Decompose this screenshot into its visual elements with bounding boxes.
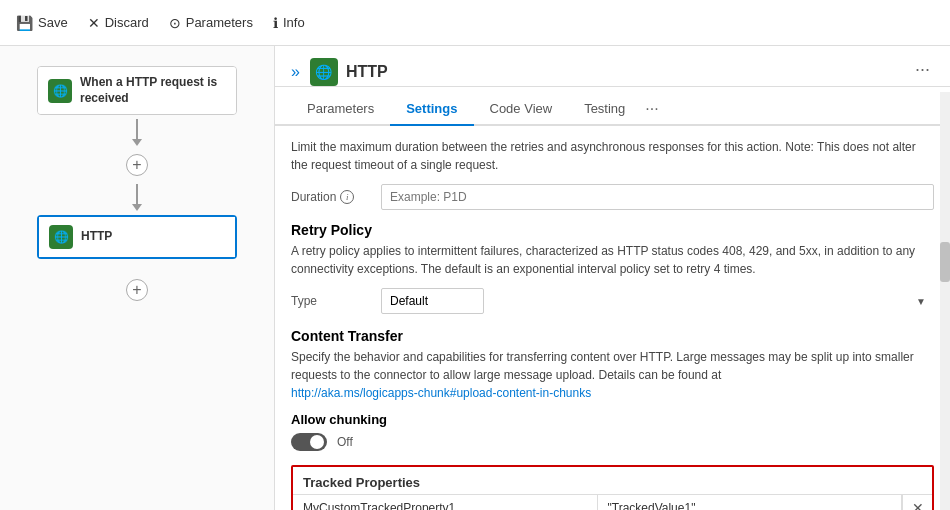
trigger-icon: 🌐 xyxy=(48,79,72,103)
flow-container: 🌐 When a HTTP request is received + 🌐 HT… xyxy=(0,66,274,305)
left-panel: 🌐 When a HTTP request is received + 🌐 HT… xyxy=(0,46,275,510)
panel-header: » 🌐 HTTP ··· xyxy=(275,46,950,87)
expand-icon[interactable]: » xyxy=(291,63,300,81)
save-label: Save xyxy=(38,15,68,30)
tab-testing[interactable]: Testing xyxy=(568,93,641,126)
content-transfer-link[interactable]: http://aka.ms/logicapps-chunk#upload-con… xyxy=(291,386,591,400)
add-step-button-2[interactable]: + xyxy=(126,279,148,301)
parameters-button[interactable]: ⊙ Parameters xyxy=(169,15,253,31)
toolbar: 💾 Save ✕ Discard ⊙ Parameters ℹ Info xyxy=(0,0,950,46)
settings-content: Limit the maximum duration between the r… xyxy=(275,126,950,510)
duration-info-icon[interactable]: i xyxy=(340,190,354,204)
duration-input[interactable] xyxy=(381,184,934,210)
trigger-title: When a HTTP request is received xyxy=(80,75,226,106)
panel-title: HTTP xyxy=(346,63,911,81)
flow-line-1 xyxy=(136,119,138,139)
panel-more-button[interactable]: ··· xyxy=(911,59,934,80)
toggle-off-label: Off xyxy=(337,435,353,449)
chunking-toggle[interactable] xyxy=(291,433,327,451)
retry-policy-section: Retry Policy A retry policy applies to i… xyxy=(291,222,934,278)
trigger-card[interactable]: 🌐 When a HTTP request is received xyxy=(37,66,237,115)
tracked-value-1[interactable]: "TrackedValue1" xyxy=(598,495,903,510)
tracked-row-1: MyCustomTrackedProperty1 "TrackedValue1"… xyxy=(293,494,932,510)
tab-parameters[interactable]: Parameters xyxy=(291,93,390,126)
main-layout: 🌐 When a HTTP request is received + 🌐 HT… xyxy=(0,46,950,510)
tab-bar: Parameters Settings Code View Testing ··… xyxy=(275,93,950,126)
flow-arrowhead-1 xyxy=(132,139,142,146)
flow-connector-1 xyxy=(132,119,142,146)
info-icon: ℹ xyxy=(273,15,278,31)
tab-more-button[interactable]: ··· xyxy=(645,100,658,118)
duration-label: Duration i xyxy=(291,190,371,204)
parameters-label: Parameters xyxy=(186,15,253,30)
panel-http-icon: 🌐 xyxy=(310,58,338,86)
flow-arrowhead-2 xyxy=(132,204,142,211)
content-transfer-section: Content Transfer Specify the behavior an… xyxy=(291,328,934,402)
retry-policy-title: Retry Policy xyxy=(291,222,934,238)
discard-icon: ✕ xyxy=(88,15,100,31)
http-card[interactable]: 🌐 HTTP xyxy=(37,215,237,259)
right-panel: » 🌐 HTTP ··· Parameters Settings Code Vi… xyxy=(275,46,950,510)
type-dropdown[interactable]: Default None Fixed Exponential xyxy=(381,288,484,314)
type-dropdown-wrapper: Default None Fixed Exponential ▼ xyxy=(381,288,934,314)
tracked-properties-title: Tracked Properties xyxy=(293,467,932,494)
duration-row: Duration i xyxy=(291,184,934,210)
retry-policy-desc: A retry policy applies to intermittent f… xyxy=(291,242,934,278)
type-row: Type Default None Fixed Exponential ▼ xyxy=(291,288,934,314)
parameters-icon: ⊙ xyxy=(169,15,181,31)
flow-line-2 xyxy=(136,184,138,204)
chunking-toggle-row: Off xyxy=(291,433,934,451)
type-label: Type xyxy=(291,294,371,308)
content-transfer-title: Content Transfer xyxy=(291,328,934,344)
toggle-thumb xyxy=(310,435,324,449)
type-chevron-icon: ▼ xyxy=(916,296,926,307)
http-title: HTTP xyxy=(81,229,112,245)
flow-connector-2 xyxy=(132,184,142,211)
tracked-properties-box: Tracked Properties MyCustomTrackedProper… xyxy=(291,465,934,510)
tracked-key-1[interactable]: MyCustomTrackedProperty1 xyxy=(293,495,598,510)
save-button[interactable]: 💾 Save xyxy=(16,15,68,31)
duration-description: Limit the maximum duration between the r… xyxy=(291,138,934,174)
add-step-button-1[interactable]: + xyxy=(126,154,148,176)
scrollbar-track xyxy=(940,92,950,510)
tab-settings[interactable]: Settings xyxy=(390,93,473,126)
tab-code-view[interactable]: Code View xyxy=(474,93,569,126)
save-icon: 💾 xyxy=(16,15,33,31)
content-transfer-desc: Specify the behavior and capabilities fo… xyxy=(291,348,934,402)
info-label: Info xyxy=(283,15,305,30)
http-icon: 🌐 xyxy=(49,225,73,249)
tracked-delete-button[interactable]: ✕ xyxy=(902,495,932,510)
allow-chunking-label: Allow chunking xyxy=(291,412,934,427)
discard-button[interactable]: ✕ Discard xyxy=(88,15,149,31)
discard-label: Discard xyxy=(105,15,149,30)
scrollbar-thumb[interactable] xyxy=(940,242,950,282)
info-button[interactable]: ℹ Info xyxy=(273,15,305,31)
